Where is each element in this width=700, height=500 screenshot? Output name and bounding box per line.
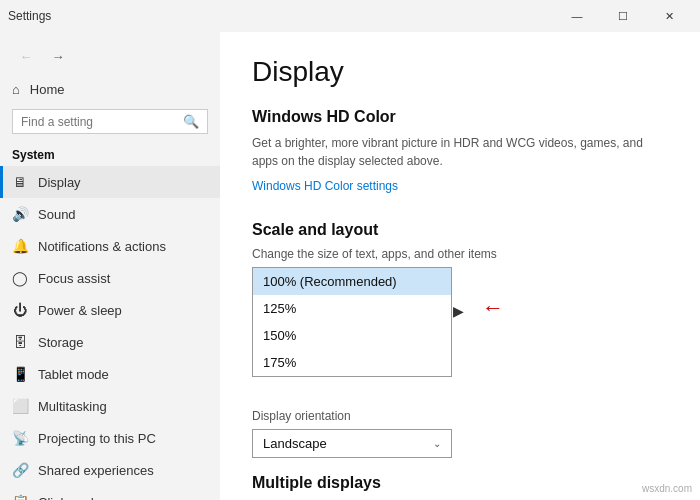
scale-dropdown-list[interactable]: 100% (Recommended)125%150%175% — [252, 267, 452, 377]
scale-option-125[interactable]: 125% — [253, 295, 451, 322]
sidebar: ← → ⌂ Home 🔍 System 🖥Display🔊Sound🔔Notif… — [0, 32, 220, 500]
clipboard-icon: 📋 — [12, 494, 28, 500]
arrow-annotation: ← — [482, 295, 504, 321]
scale-layout-title: Scale and layout — [252, 221, 668, 239]
orientation-dropdown-wrapper: Landscape ⌄ — [252, 429, 452, 458]
search-box[interactable]: 🔍 — [12, 109, 208, 134]
maximize-button[interactable]: ☐ — [600, 0, 646, 32]
multiple-displays-title: Multiple displays — [252, 474, 668, 492]
sidebar-label-tablet: Tablet mode — [38, 367, 109, 382]
sidebar-item-sound[interactable]: 🔊Sound — [0, 198, 220, 230]
notifications-icon: 🔔 — [12, 238, 28, 254]
sidebar-label-storage: Storage — [38, 335, 84, 350]
home-label: Home — [30, 82, 65, 97]
sidebar-item-home[interactable]: ⌂ Home — [0, 74, 220, 105]
forward-button[interactable]: → — [44, 42, 72, 70]
minimize-button[interactable]: — — [554, 0, 600, 32]
sidebar-label-display: Display — [38, 175, 81, 190]
sidebar-item-power[interactable]: ⏻Power & sleep — [0, 294, 220, 326]
sidebar-item-multitasking[interactable]: ⬜Multitasking — [0, 390, 220, 422]
sidebar-label-notifications: Notifications & actions — [38, 239, 166, 254]
nav-buttons: ← → — [0, 36, 220, 74]
sidebar-label-multitasking: Multitasking — [38, 399, 107, 414]
sidebar-label-projecting: Projecting to this PC — [38, 431, 156, 446]
titlebar-title: Settings — [8, 9, 554, 23]
search-icon: 🔍 — [183, 114, 199, 129]
power-icon: ⏻ — [12, 302, 28, 318]
search-input[interactable] — [21, 115, 177, 129]
scale-layout-section: Scale and layout Change the size of text… — [252, 221, 668, 393]
hd-color-section: Windows HD Color Get a brighter, more vi… — [252, 108, 668, 213]
cursor-indicator: ▶ — [453, 303, 464, 319]
focus-icon: ◯ — [12, 270, 28, 286]
page-title: Display — [252, 56, 668, 88]
scale-option-150[interactable]: 150% — [253, 322, 451, 349]
orientation-chevron-icon: ⌄ — [433, 438, 441, 449]
scale-option-100[interactable]: 100% (Recommended) — [253, 268, 451, 295]
back-button[interactable]: ← — [12, 42, 40, 70]
scale-layout-sublabel: Change the size of text, apps, and other… — [252, 247, 668, 261]
shared-icon: 🔗 — [12, 462, 28, 478]
sidebar-section-label: System — [0, 142, 220, 166]
sidebar-item-notifications[interactable]: 🔔Notifications & actions — [0, 230, 220, 262]
orientation-dropdown[interactable]: Landscape ⌄ — [252, 429, 452, 458]
sidebar-item-shared[interactable]: 🔗Shared experiences — [0, 454, 220, 486]
orientation-section: Display orientation Landscape ⌄ — [252, 409, 668, 458]
storage-icon: 🗄 — [12, 334, 28, 350]
titlebar: Settings — ☐ ✕ — [0, 0, 700, 32]
sidebar-item-storage[interactable]: 🗄Storage — [0, 326, 220, 358]
watermark: wsxdn.com — [642, 483, 692, 494]
app-body: ← → ⌂ Home 🔍 System 🖥Display🔊Sound🔔Notif… — [0, 32, 700, 500]
scale-dropdown-container: 100% (Recommended)125%150%175% ← ▶ — [252, 267, 452, 377]
scale-option-175[interactable]: 175% — [253, 349, 451, 376]
sidebar-item-display[interactable]: 🖥Display — [0, 166, 220, 198]
multiple-displays-section: Multiple displays Multiple displays Exte… — [252, 474, 668, 500]
tablet-icon: 📱 — [12, 366, 28, 382]
main-content: Display Windows HD Color Get a brighter,… — [220, 32, 700, 500]
sound-icon: 🔊 — [12, 206, 28, 222]
hd-color-title: Windows HD Color — [252, 108, 668, 126]
orientation-label: Display orientation — [252, 409, 668, 423]
hd-color-desc: Get a brighter, more vibrant picture in … — [252, 134, 668, 170]
orientation-value: Landscape — [263, 436, 327, 451]
projecting-icon: 📡 — [12, 430, 28, 446]
sidebar-item-clipboard[interactable]: 📋Clipboard — [0, 486, 220, 500]
sidebar-label-focus: Focus assist — [38, 271, 110, 286]
sidebar-item-projecting[interactable]: 📡Projecting to this PC — [0, 422, 220, 454]
multitasking-icon: ⬜ — [12, 398, 28, 414]
sidebar-item-tablet[interactable]: 📱Tablet mode — [0, 358, 220, 390]
sidebar-item-focus[interactable]: ◯Focus assist — [0, 262, 220, 294]
sidebar-items-container: 🖥Display🔊Sound🔔Notifications & actions◯F… — [0, 166, 220, 500]
sidebar-label-shared: Shared experiences — [38, 463, 154, 478]
close-button[interactable]: ✕ — [646, 0, 692, 32]
home-icon: ⌂ — [12, 82, 20, 97]
sidebar-label-clipboard: Clipboard — [38, 495, 94, 501]
display-icon: 🖥 — [12, 174, 28, 190]
titlebar-controls: — ☐ ✕ — [554, 0, 692, 32]
hd-color-link[interactable]: Windows HD Color settings — [252, 179, 398, 193]
sidebar-label-sound: Sound — [38, 207, 76, 222]
sidebar-label-power: Power & sleep — [38, 303, 122, 318]
